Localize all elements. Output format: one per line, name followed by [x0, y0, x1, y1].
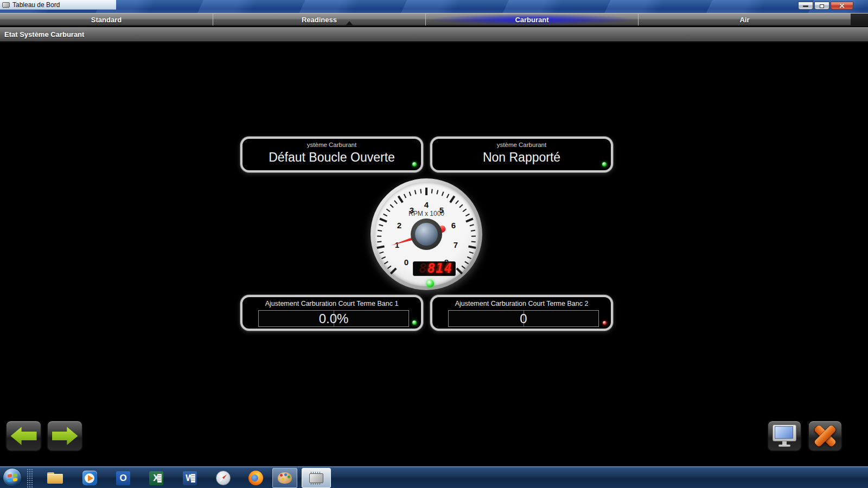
gauge-hub [415, 223, 438, 246]
gauge-dial: RPM x 1000 0 1 2 3 4 5 6 7 8 8888 814 [374, 182, 478, 286]
rpm-gauge: RPM x 1000 0 1 2 3 4 5 6 7 8 8888 814 [371, 178, 482, 290]
rpm-digital-readout: 8888 814 [413, 261, 456, 276]
taskbar-item-excel[interactable]: X [144, 468, 169, 488]
app-icon [2, 2, 10, 8]
taskbar-item-diagnostic-app[interactable] [302, 468, 331, 488]
trim-bank2-label: Ajustement Carburation Court Terme Banc … [432, 300, 611, 307]
taskbar-item-paint[interactable] [272, 468, 297, 488]
title-plate: Tableau de Bord [0, 0, 116, 10]
minimize-button[interactable] [798, 2, 813, 10]
display-mode-button[interactable] [767, 420, 802, 452]
tab-bar: Standard Readiness Carburant Air [0, 13, 868, 26]
tab-readiness[interactable]: Readiness [213, 14, 425, 25]
fuel-system-1-label: ystème Carburant [242, 142, 421, 148]
restore-icon [820, 4, 824, 8]
tab-air-label: Air [739, 16, 749, 24]
minimize-icon [803, 5, 808, 7]
trim-bank2-value: 0 [449, 311, 598, 326]
exit-x-icon [813, 423, 838, 448]
tab-air[interactable]: Air [638, 14, 851, 25]
exit-button[interactable] [808, 420, 843, 452]
fuel-system-display-1: ystème Carburant Défaut Boucle Ouverte [240, 137, 423, 172]
status-led [603, 321, 607, 325]
fuel-system-display-2: ystème Carburant Non Rapporté [430, 137, 613, 172]
taskbar-item-word[interactable]: W [177, 468, 202, 488]
fuel-system-2-label: ystème Carburant [432, 142, 611, 148]
tab-indicator-triangle [346, 21, 353, 25]
fuel-system-1-value: Défaut Boucle Ouverte [242, 150, 421, 165]
arrow-right-icon [52, 425, 78, 447]
tab-carburant-label: Carburant [515, 16, 548, 24]
taskbar-item-media-player[interactable] [77, 468, 102, 488]
page-title-bar: Etat Système Carburant [0, 27, 868, 42]
taskbar: O X W FR ATI 14:4 [0, 466, 868, 488]
windows-logo-icon [8, 473, 17, 482]
trim-bank2-bar: 0 [448, 310, 599, 327]
tab-carburant[interactable]: Carburant [425, 14, 638, 25]
previous-page-button[interactable] [5, 420, 42, 452]
tab-readiness-label: Readiness [302, 16, 337, 24]
outlook-icon: O [116, 471, 130, 485]
status-led [602, 162, 607, 166]
firefox-icon [248, 471, 263, 485]
app-window: Tableau de Bord Standard Readiness Carbu… [0, 0, 868, 488]
folder-icon [47, 472, 63, 484]
trim-bank1-value: 0.0% [259, 311, 409, 326]
taskbar-item-safari[interactable] [210, 468, 235, 488]
page-title: Etat Système Carburant [4, 30, 84, 38]
status-led [412, 162, 417, 166]
excel-icon: X [149, 471, 163, 485]
taskbar-grip [26, 468, 33, 487]
trim-display-bank2: Ajustement Carburation Court Terme Banc … [430, 295, 613, 331]
word-icon: W [183, 471, 197, 485]
next-page-button[interactable] [47, 420, 83, 452]
paint-palette-icon [278, 472, 292, 484]
tab-standard[interactable]: Standard [0, 14, 213, 25]
arrow-left-icon [11, 425, 37, 447]
safari-icon [216, 471, 231, 485]
start-button[interactable] [3, 468, 22, 487]
trim-bank1-bar: 0.0% [258, 310, 409, 327]
gauge-led [426, 280, 434, 287]
trim-bank1-label: Ajustement Carburation Court Terme Banc … [242, 300, 421, 307]
trim-display-bank1: Ajustement Carburation Court Terme Banc … [240, 295, 423, 331]
fuel-system-2-value: Non Rapporté [432, 150, 611, 165]
tab-standard-label: Standard [91, 16, 122, 24]
restore-button[interactable] [814, 2, 829, 10]
status-led [412, 320, 417, 325]
close-icon [839, 3, 845, 9]
media-player-icon [82, 471, 97, 485]
taskbar-item-outlook[interactable]: O [111, 468, 136, 488]
digital-value: 814 [427, 262, 452, 275]
window-titlebar [0, 0, 868, 13]
monitor-icon [772, 425, 797, 447]
taskbar-item-firefox[interactable] [243, 468, 268, 488]
outlook-letter: O [119, 473, 126, 484]
close-button[interactable] [831, 2, 853, 10]
chip-icon [309, 473, 323, 483]
tabbar-end-filler [851, 14, 868, 25]
window-title: Tableau de Bord [12, 1, 60, 9]
taskbar-item-explorer[interactable] [42, 468, 67, 488]
